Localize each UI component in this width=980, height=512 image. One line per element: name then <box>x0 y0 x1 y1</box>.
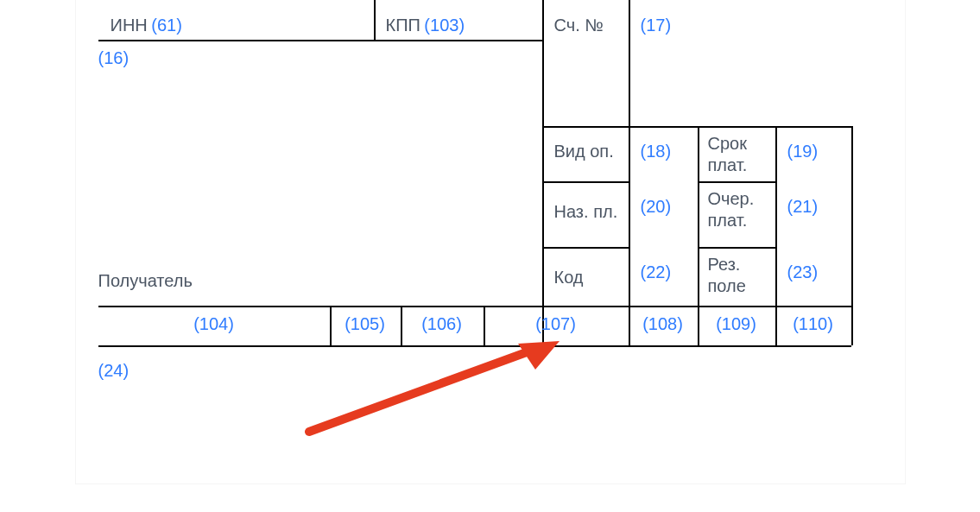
vid-op-code-link[interactable]: (18) <box>641 142 672 161</box>
vid-op-label: Вид оп. <box>554 142 614 161</box>
code-106-link[interactable]: (106) <box>421 314 462 334</box>
code-16-link[interactable]: (16) <box>98 48 130 68</box>
code-105-link[interactable]: (105) <box>345 314 385 334</box>
kod-code-link[interactable]: (22) <box>641 262 672 282</box>
ocher-code-link[interactable]: (21) <box>787 197 819 217</box>
code-24-link[interactable]: (24) <box>98 361 130 381</box>
naz-pl-label: Наз. пл. <box>554 202 618 222</box>
code-104-link[interactable]: (104) <box>193 314 234 334</box>
arrow-icon <box>300 337 568 440</box>
code-107-link[interactable]: (107) <box>535 314 576 334</box>
code-108-link[interactable]: (108) <box>642 314 683 334</box>
sch-label: Сч. № <box>554 16 604 35</box>
sch-code-link[interactable]: (17) <box>641 16 672 35</box>
kod-label: Код <box>554 268 584 288</box>
naz-pl-code-link[interactable]: (20) <box>641 197 672 217</box>
rez-label: Рез. поле <box>708 254 781 297</box>
svg-line-0 <box>309 350 534 432</box>
recipient-label: Получатель <box>98 271 193 291</box>
inn-label: ИНН <box>111 16 148 35</box>
kpp-code-link[interactable]: (103) <box>424 16 465 35</box>
kpp-label: КПП <box>386 16 420 35</box>
code-109-link[interactable]: (109) <box>716 314 756 334</box>
ocher-label: Очер. плат. <box>708 188 781 231</box>
payment-form-fragment: ИНН (61) КПП (103) Сч. № (17) (16) Вид о… <box>76 0 905 484</box>
inn-code-link[interactable]: (61) <box>151 16 182 35</box>
code-110-link[interactable]: (110) <box>793 314 833 334</box>
srok-code-link[interactable]: (19) <box>787 142 819 161</box>
srok-label: Срок плат. <box>708 133 781 176</box>
rez-code-link[interactable]: (23) <box>787 262 819 282</box>
